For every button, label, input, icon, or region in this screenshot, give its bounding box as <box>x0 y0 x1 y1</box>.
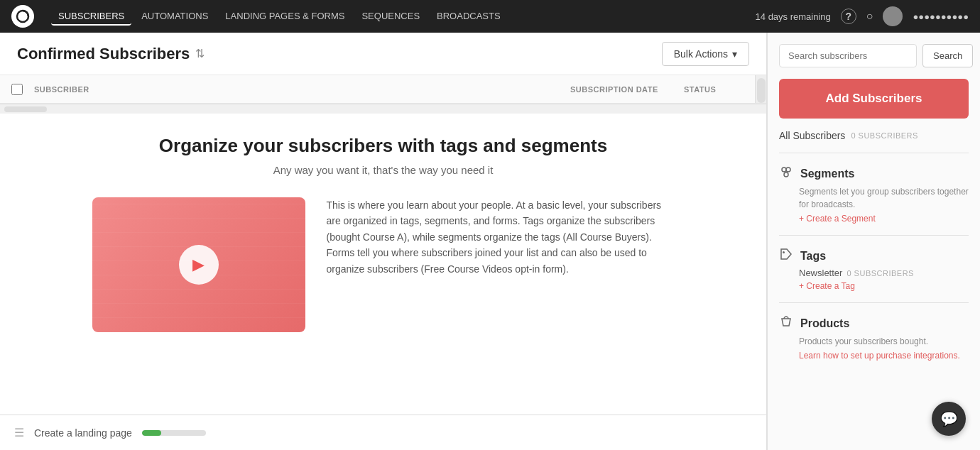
svg-point-1 <box>782 168 786 172</box>
products-description: Products your subscribers bought. <box>779 335 969 348</box>
top-navigation: SUBSCRIBERS AUTOMATIONS LANDING PAGES & … <box>0 0 980 33</box>
horizontal-scrollbar[interactable] <box>0 104 766 114</box>
avatar[interactable] <box>883 6 903 26</box>
search-input[interactable] <box>779 44 917 67</box>
content-text: This is where you learn about your peopl… <box>327 197 675 277</box>
main-layout: Confirmed Subscribers ⇅ Bulk Actions ▾ S… <box>0 33 980 450</box>
chat-icon: 💬 <box>940 410 958 427</box>
sort-icon[interactable]: ⇅ <box>195 47 205 60</box>
scroll-track <box>757 78 766 103</box>
bulk-actions-button[interactable]: Bulk Actions ▾ <box>662 42 749 66</box>
content-row: ▶ This is where you learn about your peo… <box>92 197 675 332</box>
segments-description: Segments let you group subscribers toget… <box>779 185 969 211</box>
header-bar: Confirmed Subscribers ⇅ Bulk Actions ▾ <box>0 33 766 75</box>
nav-item-subscribers[interactable]: SUBSCRIBERS <box>51 8 131 26</box>
play-button[interactable]: ▶ <box>179 245 219 285</box>
col-subscriber-header: SUBSCRIBER <box>34 85 570 94</box>
nav-right: 14 days remaining ? ○ ●●●●●●●●●● <box>756 6 969 26</box>
nav-logo[interactable] <box>11 5 34 28</box>
products-header: Products <box>779 314 969 332</box>
h-scroll-track <box>4 106 47 112</box>
products-title: Products <box>800 317 849 330</box>
bottom-bar: ☰ Create a landing page <box>0 415 766 450</box>
bulk-actions-dropdown-icon: ▾ <box>732 48 737 60</box>
svg-point-2 <box>786 168 790 172</box>
col-date-header: SUBSCRIPTION DATE <box>570 85 684 94</box>
segments-icon <box>779 165 793 182</box>
segments-section: Segments Segments let you group subscrib… <box>779 165 969 224</box>
tags-header: Tags <box>779 247 969 265</box>
vertical-scrollbar[interactable] <box>755 75 766 103</box>
add-subscribers-button[interactable]: Add Subscribers <box>779 79 969 119</box>
tags-icon <box>779 247 793 265</box>
right-sidebar: Search Add Subscribers All Subscribers 0… <box>767 33 980 450</box>
all-subscribers-count: 0 SUBSCRIBERS <box>851 131 918 140</box>
divider-2 <box>779 235 969 236</box>
products-setup-link[interactable]: Learn how to set up purchase integration… <box>779 351 969 361</box>
main-content: Confirmed Subscribers ⇅ Bulk Actions ▾ S… <box>0 33 767 450</box>
divider-3 <box>779 302 969 303</box>
newsletter-label: Newsletter <box>799 268 842 278</box>
header-actions: Bulk Actions ▾ <box>662 42 749 66</box>
trial-text: 14 days remaining <box>756 11 831 22</box>
search-button[interactable]: Search <box>922 44 973 67</box>
main-subheading: Any way you want it, that's the way you … <box>273 164 494 176</box>
content-body: Organize your subscribers with tags and … <box>0 114 766 415</box>
products-section: Products Products your subscribers bough… <box>779 314 969 361</box>
notification-bell[interactable]: ○ <box>866 10 873 23</box>
nav-item-sequences[interactable]: SEQUENCES <box>354 8 427 26</box>
nav-item-automations[interactable]: AUTOMATIONS <box>134 8 215 26</box>
svg-point-3 <box>784 172 788 177</box>
page-title: Confirmed Subscribers <box>17 45 190 63</box>
select-all-checkbox[interactable] <box>11 84 23 95</box>
svg-point-4 <box>783 251 785 253</box>
username: ●●●●●●●●●● <box>913 11 969 22</box>
landing-page-icon: ☰ <box>14 426 24 439</box>
progress-bar-fill <box>142 430 161 436</box>
nav-item-broadcasts[interactable]: BROADCASTS <box>430 8 508 26</box>
bulk-actions-label: Bulk Actions <box>674 48 728 60</box>
segments-title: Segments <box>800 168 854 180</box>
newsletter-count: 0 SUBSCRIBERS <box>846 269 914 278</box>
video-thumbnail[interactable]: ▶ <box>92 197 305 332</box>
chat-button[interactable]: 💬 <box>932 402 966 436</box>
nav-item-landing-pages[interactable]: LANDING PAGES & FORMS <box>218 8 352 26</box>
tags-section: Tags Newsletter 0 SUBSCRIBERS + Create a… <box>779 247 969 291</box>
all-subscribers-label: All Subscribers <box>779 130 845 141</box>
all-subscribers-row[interactable]: All Subscribers 0 SUBSCRIBERS <box>779 130 969 141</box>
page-title-area: Confirmed Subscribers ⇅ <box>17 45 205 63</box>
search-area: Search <box>779 44 969 67</box>
create-segment-link[interactable]: + Create a Segment <box>779 214 969 224</box>
segments-header: Segments <box>779 165 969 182</box>
main-heading: Organize your subscribers with tags and … <box>159 135 607 157</box>
products-icon <box>779 314 793 332</box>
bottom-bar-label[interactable]: Create a landing page <box>34 427 132 439</box>
progress-bar <box>142 430 206 436</box>
newsletter-tag-row[interactable]: Newsletter 0 SUBSCRIBERS <box>779 268 969 278</box>
divider-1 <box>779 153 969 153</box>
help-button[interactable]: ? <box>841 9 856 24</box>
col-status-header: STATUS <box>684 85 755 94</box>
table-header: SUBSCRIBER SUBSCRIPTION DATE STATUS <box>0 75 766 104</box>
create-tag-link[interactable]: + Create a Tag <box>779 281 969 291</box>
tags-title: Tags <box>800 250 826 263</box>
nav-items: SUBSCRIBERS AUTOMATIONS LANDING PAGES & … <box>51 8 739 26</box>
